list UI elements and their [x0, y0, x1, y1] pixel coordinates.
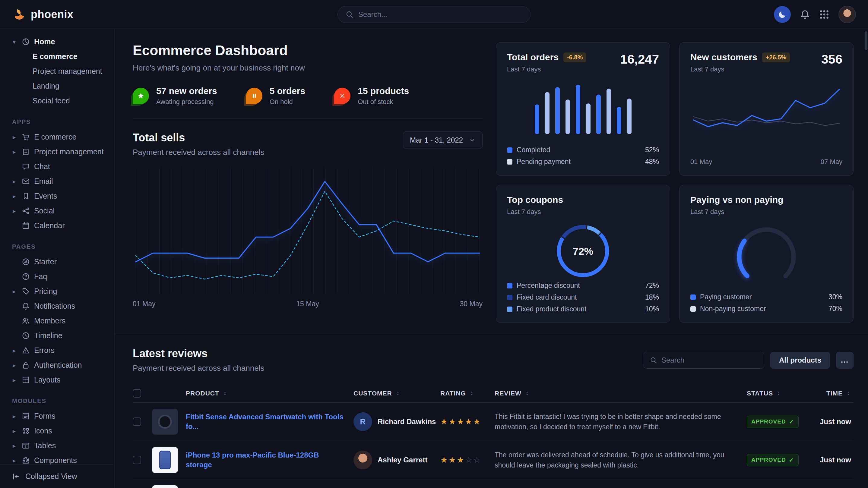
search-icon [346, 10, 353, 19]
column-header-rating[interactable]: RATING [440, 390, 495, 397]
column-header-customer[interactable]: CUSTOMER [353, 390, 440, 397]
user-avatar[interactable] [838, 6, 856, 23]
product-link[interactable]: iPhone 13 pro max-Pacific Blue-128GB sto… [186, 450, 353, 470]
sidebar-item-project-management[interactable]: ▸Project management [0, 144, 114, 159]
sidebar-section-label: APPS [0, 108, 114, 130]
legend-value: 48% [645, 158, 659, 166]
stat-text: 15 productsOut of stock [358, 86, 409, 106]
sidebar-item-e-commerce[interactable]: ▸E commerce [0, 130, 114, 144]
sidebar-item-forms[interactable]: ▸Forms [0, 409, 114, 423]
all-products-button[interactable]: All products [770, 352, 830, 369]
column-header-product[interactable]: PRODUCT [186, 390, 353, 397]
sidebar-item-layouts[interactable]: ▸Layouts [0, 372, 114, 387]
sidebar-item-events[interactable]: ▸Events [0, 189, 114, 203]
sidebar-item-landing[interactable]: Landing [0, 79, 114, 93]
sort-icon [395, 391, 401, 396]
sidebar-item-pricing[interactable]: ▸Pricing [0, 284, 114, 299]
customers-line-chart [690, 84, 842, 145]
sidebar-item-notifications[interactable]: Notifications [0, 299, 114, 314]
sidebar-item-email[interactable]: ▸Email [0, 174, 114, 189]
main-content: Ecommerce Dashboard Here's what's going … [115, 29, 868, 488]
sidebar-item-label: Pricing [34, 287, 57, 296]
search-input[interactable] [358, 10, 522, 19]
stat-value: 5 orders [270, 86, 305, 96]
legend-label: Fixed product discount [517, 305, 586, 313]
sidebar-item-label: Email [34, 177, 53, 186]
chat-icon [22, 162, 30, 171]
kpi-cards: Total orders -6.8% Last 7 days 16,247 Co… [496, 42, 854, 323]
card-title: Paying vs non paying [690, 195, 783, 205]
sidebar-item-starter[interactable]: Starter [0, 254, 114, 269]
product-cell: iPhone 13 pro max-Pacific Blue-128GB sto… [186, 450, 353, 470]
theme-toggle-button[interactable] [774, 6, 791, 23]
row-checkbox[interactable] [133, 418, 141, 426]
row-checkbox[interactable] [133, 456, 141, 464]
layout-icon [22, 376, 30, 384]
column-header-review[interactable]: REVIEW [495, 390, 747, 397]
product-image-cell [152, 485, 186, 488]
sidebar-item-authentication[interactable]: ▸Authentication [0, 358, 114, 372]
sidebar-item-components[interactable]: ▸Components [0, 453, 114, 464]
x-label: 01 May [133, 300, 155, 308]
sidebar-item-project-management[interactable]: Project management [0, 64, 114, 79]
sidebar-item-social[interactable]: ▸Social [0, 203, 114, 218]
time-cell: Just now [808, 456, 854, 464]
time-value: Just now [820, 456, 851, 464]
bell-icon [22, 302, 30, 310]
legend-value: 72% [645, 282, 659, 290]
search-icon [650, 357, 657, 364]
sidebar-item-chat[interactable]: Chat [0, 159, 114, 174]
sidebar-item-members[interactable]: Members [0, 314, 114, 328]
x-icon [334, 88, 350, 104]
more-options-button[interactable]: ... [836, 352, 854, 369]
phone-body [159, 451, 171, 469]
customer-avatar: R [353, 412, 372, 431]
stat-awating-processing: 57 new ordersAwating processing [133, 86, 217, 106]
date-range-select[interactable]: Mar 1 - 31, 2022 [403, 131, 483, 149]
cart-icon [22, 133, 30, 141]
header-checkbox-cell [133, 389, 152, 398]
apps-grid-button[interactable] [819, 9, 829, 20]
brand[interactable]: phoenix [12, 7, 73, 22]
page-title: Ecommerce Dashboard [133, 42, 483, 59]
tag-icon [22, 287, 30, 295]
sidebar-item-tables[interactable]: ▸Tables [0, 438, 114, 453]
paying-gauge-chart [726, 224, 807, 283]
legend-swatch [507, 159, 513, 165]
sidebar-item-label: Calendar [34, 221, 65, 230]
reviews-search[interactable] [644, 352, 764, 369]
sort-icon [469, 391, 474, 396]
customer-cell: Ashley Garrett [353, 451, 440, 469]
donut-center-value: 72% [554, 223, 612, 280]
collapsed-view-toggle[interactable]: Collapsed View [0, 464, 114, 488]
time-cell: Just now [808, 418, 854, 426]
reviews-search-input[interactable] [661, 356, 758, 364]
clock-icon [22, 331, 30, 340]
sidebar-item-calendar[interactable]: Calendar [0, 218, 114, 233]
column-header-time[interactable]: TIME [808, 390, 854, 397]
sidebar-item-icons[interactable]: ▸Icons [0, 423, 114, 438]
sidebar-item-timeline[interactable]: Timeline [0, 328, 114, 343]
select-all-checkbox[interactable] [133, 389, 141, 398]
sidebar-item-home[interactable]: ▾Home [0, 34, 114, 49]
sidebar-item-e-commerce[interactable]: E commerce [0, 49, 114, 64]
global-search[interactable] [338, 6, 530, 23]
sidebar-item-social-feed[interactable]: Social feed [0, 93, 114, 108]
legend-label: Pending payment [517, 158, 570, 166]
sidebar-item-label: Project management [34, 148, 104, 156]
column-header-status[interactable]: STATUS [747, 390, 808, 397]
scrollbar-thumb[interactable] [865, 31, 867, 50]
review-text: This Fitbit is fantastic! I was trying t… [495, 412, 747, 432]
x-label: 30 May [460, 300, 483, 308]
latest-reviews-section: Latest reviews Payment received across a… [133, 334, 854, 488]
product-link[interactable]: Fitbit Sense Advanced Smartwatch with To… [186, 412, 353, 432]
notifications-button[interactable] [800, 9, 810, 20]
sidebar-item-faq[interactable]: Faq [0, 269, 114, 284]
status-badge: APPROVED✓ [747, 416, 799, 428]
sidebar-item-errors[interactable]: ▸Errors [0, 343, 114, 358]
customer-name: Ashley Garrett [378, 456, 427, 464]
stat-on-hold: 5 ordersOn hold [246, 86, 305, 106]
check-icon: ✓ [789, 457, 794, 464]
legend-value: 30% [829, 293, 842, 301]
sidebar-item-label: E commerce [34, 133, 76, 141]
